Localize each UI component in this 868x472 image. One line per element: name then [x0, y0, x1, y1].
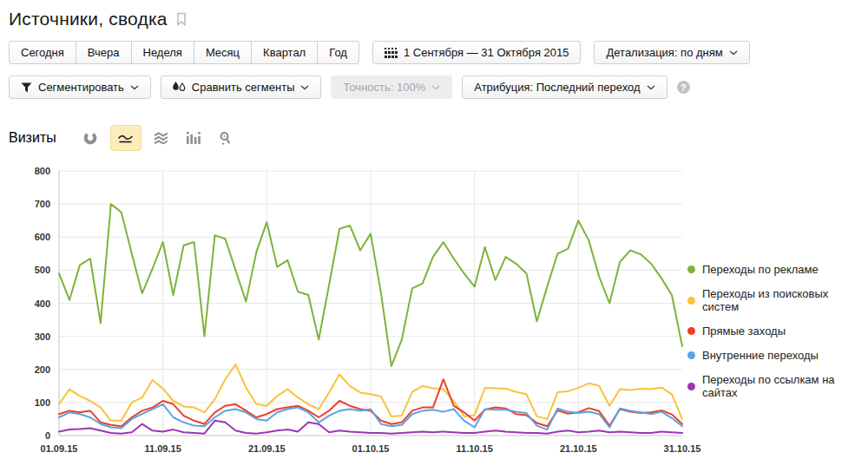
svg-text:0: 0 [45, 430, 50, 441]
svg-text:11.10.15: 11.10.15 [457, 443, 493, 454]
legend-item-site-links[interactable]: Переходы по ссылкам на сайтах [687, 373, 868, 399]
svg-text:21.09.15: 21.09.15 [248, 443, 286, 454]
legend-dot [687, 351, 695, 359]
help-icon[interactable]: ? [677, 81, 690, 94]
chevron-down-icon [431, 85, 440, 90]
attribution-label: Атрибуция: Последний переход [474, 81, 640, 94]
metric-label: Визиты [9, 130, 56, 146]
svg-text:31.10.15: 31.10.15 [664, 443, 701, 454]
chevron-down-icon [130, 85, 139, 90]
chart-legend: Переходы по рекламе Переходы из поисковы… [687, 263, 868, 410]
svg-text:100: 100 [35, 397, 50, 408]
legend-dot [687, 383, 695, 390]
quick-range-group: Сегодня Вчера Неделя Месяц Квартал Год [9, 41, 359, 64]
svg-text:01.10.15: 01.10.15 [352, 443, 390, 454]
legend-dot [687, 266, 695, 273]
legend-label: Внутренние переходы [702, 349, 819, 362]
range-quarter-button[interactable]: Квартал [252, 41, 318, 64]
segment-toolbar: Сегментировать Сравнить сегменты Точност… [9, 75, 690, 99]
chevron-down-icon [647, 85, 655, 90]
svg-text:11.09.15: 11.09.15 [145, 443, 181, 454]
bookmark-icon[interactable] [176, 12, 187, 26]
svg-text:200: 200 [35, 364, 50, 375]
drops-icon [173, 82, 186, 93]
svg-text:01.09.15: 01.09.15 [41, 443, 78, 454]
map-pin-icon [220, 132, 231, 145]
date-range-button[interactable]: 1 Сентября — 31 Октября 2015 [372, 41, 582, 64]
page-title: Источники, сводка [9, 9, 168, 30]
segment-label: Сегментировать [38, 81, 124, 94]
range-week-button[interactable]: Неделя [132, 41, 194, 64]
line-chart-icon [117, 133, 134, 144]
legend-label: Переходы по рекламе [702, 263, 819, 276]
segment-dropdown[interactable]: Сегментировать [9, 75, 151, 99]
chart-type-stacked-button[interactable] [149, 125, 174, 151]
legend-dot [687, 327, 695, 335]
page-header: Источники, сводка [9, 9, 187, 30]
compare-segments-label: Сравнить сегменты [192, 81, 295, 94]
date-toolbar: Сегодня Вчера Неделя Месяц Квартал Год 1… [9, 41, 750, 64]
svg-text:800: 800 [35, 166, 50, 176]
range-yesterday-button[interactable]: Вчера [76, 41, 132, 64]
chart-type-map-button[interactable] [214, 125, 238, 151]
date-range-label: 1 Сентября — 31 Октября 2015 [404, 46, 569, 59]
range-month-button[interactable]: Месяц [194, 41, 252, 64]
svg-text:21.10.15: 21.10.15 [560, 443, 597, 454]
range-today-button[interactable]: Сегодня [9, 41, 76, 64]
attribution-dropdown[interactable]: Атрибуция: Последний переход [462, 75, 667, 99]
legend-dot [687, 297, 695, 305]
stacked-area-icon [154, 132, 168, 144]
detalization-label: Детализация: по дням [606, 46, 722, 59]
chevron-down-icon [729, 50, 738, 56]
legend-label: Переходы из поисковых систем [702, 287, 868, 313]
detalization-dropdown[interactable]: Детализация: по дням [594, 41, 749, 64]
column-chart-icon [187, 132, 201, 144]
pie-chart-icon [83, 131, 97, 145]
legend-label: Прямые заходы [702, 324, 786, 338]
svg-text:300: 300 [35, 331, 50, 342]
legend-item-direct[interactable]: Прямые заходы [687, 324, 868, 338]
svg-text:400: 400 [35, 298, 50, 309]
legend-label: Переходы по ссылкам на сайтах [702, 373, 868, 399]
chevron-down-icon [300, 85, 309, 90]
accuracy-label: Точность: 100% [343, 81, 425, 94]
calendar-grid-icon [385, 48, 398, 58]
legend-item-search[interactable]: Переходы из поисковых систем [687, 287, 868, 313]
accuracy-dropdown: Точность: 100% [331, 75, 452, 99]
svg-text:700: 700 [35, 199, 50, 209]
range-year-button[interactable]: Год [318, 41, 359, 64]
metric-row: Визиты [9, 125, 238, 151]
svg-text:500: 500 [35, 265, 50, 275]
svg-text:600: 600 [35, 232, 50, 242]
legend-item-internal[interactable]: Внутренние переходы [687, 349, 868, 362]
compare-segments-dropdown[interactable]: Сравнить сегменты [161, 75, 322, 99]
funnel-icon [21, 82, 32, 93]
chart-type-line-button[interactable] [110, 125, 141, 151]
legend-item-ads[interactable]: Переходы по рекламе [687, 263, 868, 276]
chart-type-columns-button[interactable] [181, 125, 206, 151]
chart-type-pie-button[interactable] [78, 125, 102, 151]
